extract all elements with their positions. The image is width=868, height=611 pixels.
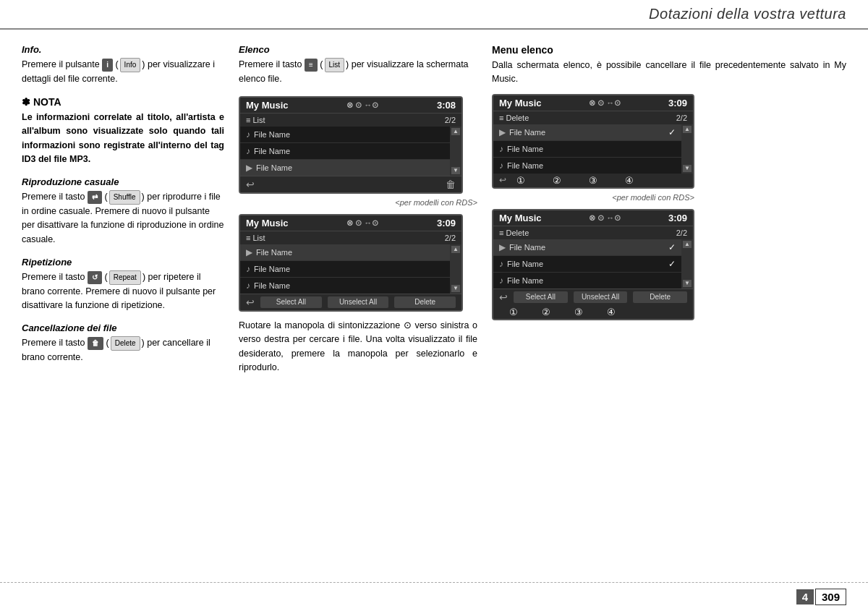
page-footer: 4 309 <box>0 582 868 611</box>
screen-mid-1-rows-inner: ♪ File Name ♪ File Name ▶ File Name <box>240 127 450 176</box>
cancellazione-text: Premere il tasto 🗑 (Delete) per cancella… <box>22 336 224 364</box>
screen-right-2-title: My Music <box>499 213 542 223</box>
delete-btn-mid[interactable]: Delete <box>394 296 456 308</box>
screen-mid-2-filename-3: File Name <box>254 281 444 290</box>
num-icon-3: ③ <box>589 175 597 186</box>
screen-right-2: My Music ⊗ ⊙ ↔⊙ 3:09 ≡ Delete 2/2 ▶ File… <box>492 209 694 320</box>
screen-mid-1-row-1: ♪ File Name <box>240 127 450 143</box>
left-column: Info. Premere il pulsante i (Info) per v… <box>22 44 224 385</box>
check-icon-r2-2: ✓ <box>668 259 676 269</box>
screen-mid-1-time: 3:08 <box>437 100 456 111</box>
cancellazione-section: Cancellazione dei file Premere il tasto … <box>22 322 224 364</box>
screen-right-1-numbered-icons: ↩ ① ② ③ ④ <box>493 174 693 187</box>
screen-right-1-delete-icon: ≡ Delete <box>499 114 529 122</box>
screen-mid-2-header: My Music ⊗ ⊙ ↔⊙ 3:09 <box>240 215 461 231</box>
footer-page-number: 4 309 <box>796 589 846 605</box>
screen-right-1: My Music ⊗ ⊙ ↔⊙ 3:09 ≡ Delete 2/2 ▶ File… <box>492 94 694 189</box>
screen-mid-2-row-3: ♪ File Name <box>240 278 450 294</box>
screen-mid-1-rows: ♪ File Name ♪ File Name ▶ File Name ▲ ▼ <box>240 127 461 176</box>
screen-right-2-filename-2: File Name <box>507 260 668 268</box>
delete-label-btn: Delete <box>111 336 140 351</box>
note-icon-r3: ♪ <box>499 259 503 269</box>
main-content: Info. Premere il pulsante i (Info) per v… <box>0 30 868 399</box>
back-icon-1: ↩ <box>246 179 255 190</box>
num-icon-r2-4: ④ <box>607 307 616 317</box>
screen-right-1-icons: ⊗ ⊙ ↔⊙ <box>589 98 621 108</box>
elenco-title: Elenco <box>239 44 477 55</box>
info-title: Info. <box>22 44 224 55</box>
footer-chapter: 4 <box>796 589 814 604</box>
elenco-section: Elenco Premere il tasto ≡ (List) per vis… <box>239 44 477 86</box>
screen-right-2-filename-1: File Name <box>509 243 668 252</box>
screen-mid-1-list-icon: ≡ List <box>246 116 265 124</box>
scrollbar-up-r2[interactable]: ▲ <box>683 241 692 248</box>
screen-right-2-row-1: ▶ File Name ✓ <box>493 239 681 256</box>
screen-right-2-rows: ▶ File Name ✓ ♪ File Name ✓ ♪ File Name <box>493 239 693 289</box>
screen-right-1-row-2: ♪ File Name <box>493 141 681 158</box>
screen-right-2-scrollbar: ▲ ▼ <box>681 239 693 289</box>
scrollbar-down-r1[interactable]: ▼ <box>683 165 692 172</box>
nota-title: ✽ NOTA <box>22 96 224 108</box>
scrollbar-down-2[interactable]: ▼ <box>451 285 460 292</box>
mid-column: Elenco Premere il tasto ≡ (List) per vis… <box>239 44 477 385</box>
riproduzione-text: Premere il tasto ⇄ (Shuffle) per riprodu… <box>22 190 224 247</box>
screen-mid-1-filename-2: File Name <box>254 147 444 155</box>
num-icon-r2-2: ② <box>542 307 550 317</box>
screen-right-2-delete-icon: ≡ Delete <box>499 228 529 237</box>
num-icon-1: ① <box>516 175 525 186</box>
screen-mid-2-time: 3:09 <box>437 218 456 228</box>
screen-mid-1-caption: <per modelli con RDS> <box>239 198 477 207</box>
screen-mid-1-footer: ↩ 🗑 <box>240 176 461 192</box>
scrollbar-down-r2[interactable]: ▼ <box>683 280 692 287</box>
scrollbar-up-2[interactable]: ▲ <box>451 246 460 253</box>
screen-mid-2-count: 2/2 <box>445 234 456 242</box>
play-icon-r2: ▶ <box>499 242 506 252</box>
note-icon-1: ♪ <box>246 129 250 140</box>
footer-pagenum: 309 <box>815 589 846 605</box>
delete-btn-r[interactable]: Delete <box>633 291 687 303</box>
screen-mid-2-footer[interactable]: ↩ Select All Unselect All Delete <box>240 294 461 310</box>
screen-right-1-caption: <per modelli con RDS> <box>492 193 694 202</box>
ripetizione-text: Premere il tasto ↺ (Repeat) per ripetere… <box>22 270 224 312</box>
screen-right-1-row-3: ♪ File Name <box>493 158 681 174</box>
screen-mid-2-subheader: ≡ List 2/2 <box>240 231 461 244</box>
check-icon-r1: ✓ <box>668 127 676 137</box>
cancellazione-title: Cancellazione dei file <box>22 322 224 333</box>
screen-mid-1-title: My Music <box>246 100 289 111</box>
screen-right-1-subheader: ≡ Delete 2/2 <box>493 111 693 124</box>
screen-mid-1-count: 2/2 <box>445 116 456 124</box>
note-icon-3: ♪ <box>246 264 250 274</box>
elenco-text: Premere il tasto ≡ (List) per visualizza… <box>239 58 477 86</box>
back-icon-r2: ↩ <box>499 291 508 303</box>
screen-right-1-row-1: ▶ File Name ✓ <box>493 124 681 141</box>
screen-right-2-footer[interactable]: ↩ Select All Unselect All Delete <box>493 289 693 305</box>
screen-right-2-header: My Music ⊗ ⊙ ↔⊙ 3:09 <box>493 210 693 226</box>
screen-mid-2-title: My Music <box>246 218 289 228</box>
info-label-btn: Info <box>120 58 141 72</box>
num-icon-r2-1: ① <box>509 307 518 317</box>
screen-right-2-count: 2/2 <box>676 228 687 237</box>
unselect-all-btn-r[interactable]: Unselect All <box>574 291 628 303</box>
select-all-btn-r[interactable]: Select All <box>514 291 568 303</box>
note-icon-r2: ♪ <box>499 161 503 171</box>
screen-mid-1-row-3: ▶ File Name <box>240 160 450 176</box>
scrollbar-up-r1[interactable]: ▲ <box>683 126 692 133</box>
unselect-all-btn-mid[interactable]: Unselect All <box>328 296 389 308</box>
right-column: Menu elenco Dalla schermata elenco, è po… <box>492 44 846 385</box>
screen-mid-2-rows-inner: ▶ File Name ♪ File Name ♪ File Name <box>240 244 450 294</box>
screen-right-1-rows: ▶ File Name ✓ ♪ File Name ♪ File Name ▲ <box>493 124 693 174</box>
scrollbar-down-1[interactable]: ▼ <box>451 167 460 174</box>
note-icon-2: ♪ <box>246 146 250 156</box>
num-icon-4: ④ <box>625 175 634 186</box>
shuffle-icon-btn: ⇄ <box>88 191 102 204</box>
screen-right-1-header: My Music ⊗ ⊙ ↔⊙ 3:09 <box>493 95 693 111</box>
repeat-label-btn: Repeat <box>109 270 141 285</box>
riproduzione-title: Riproduzione casuale <box>22 176 224 187</box>
scrollbar-up-1[interactable]: ▲ <box>451 128 460 135</box>
num-icon-r2-3: ③ <box>574 307 583 317</box>
check-icon-r2-1: ✓ <box>668 242 676 252</box>
ruotare-text: Ruotare la manopola di sintonizzazione ⊙… <box>239 319 477 375</box>
screen-mid-1-icons: ⊗ ⊙ ↔⊙ <box>346 101 378 110</box>
select-all-btn-mid[interactable]: Select All <box>260 296 322 308</box>
screen-right-2-subheader: ≡ Delete 2/2 <box>493 226 693 239</box>
